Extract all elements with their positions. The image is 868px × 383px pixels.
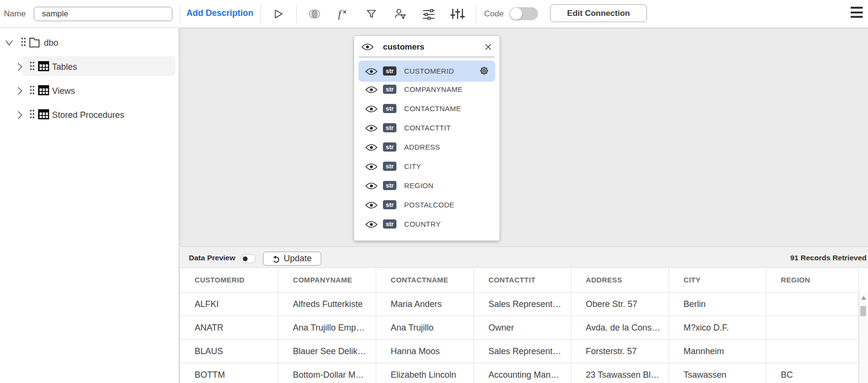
svg-text:×: × (343, 8, 347, 15)
svg-text:f: f (338, 8, 342, 20)
